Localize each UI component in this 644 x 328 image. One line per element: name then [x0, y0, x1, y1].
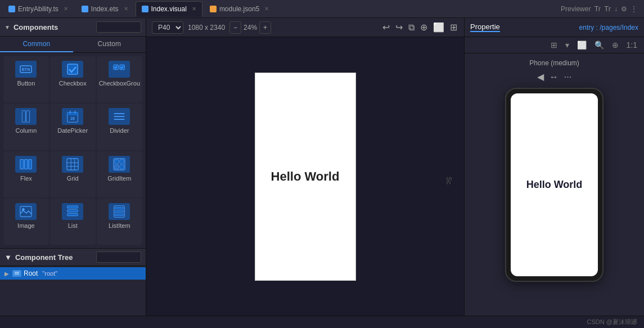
frame-icon[interactable]: ⬜ [575, 39, 589, 51]
comp-checkbox[interactable]: Checkbox [50, 56, 96, 102]
tab-index-visual-close[interactable]: ✕ [192, 6, 196, 12]
canvas-toolbar: P40 P30 1080 x 2340 − 24% + ↩ ↪ ⧉ ⊕ ⬜ ⊞ [146, 18, 464, 37]
ratio-icon[interactable]: 1:1 [624, 39, 640, 51]
previewer-title: Previewer [561, 5, 591, 13]
comp-listitem[interactable]: ListItem [97, 199, 142, 245]
tree-row-expand-icon: ▶ [4, 271, 9, 277]
tab-bar-right: Previewer Tr Tr ↓ ⚙ ⋮ [561, 5, 642, 13]
tab-index-ets-close[interactable]: ✕ [124, 6, 128, 12]
svg-rect-24 [115, 159, 119, 163]
comp-divider[interactable]: Divider [97, 104, 142, 150]
svg-rect-18 [67, 158, 78, 169]
comp-listitem-icon [109, 203, 130, 220]
tab-index-visual[interactable]: Index.visual ✕ [136, 1, 202, 17]
canvas-toolbar-icons: ↩ ↪ ⧉ ⊕ ⬜ ⊞ [381, 21, 458, 34]
main-layout: ▼ Components Common Custom BTN Button [0, 18, 644, 316]
top-icon-tr1[interactable]: Tr [594, 5, 601, 13]
comp-divider-icon [109, 108, 130, 125]
tab-module-json-close[interactable]: ✕ [264, 6, 269, 12]
tab-common[interactable]: Common [0, 37, 73, 52]
comp-button[interactable]: BTN Button [3, 56, 49, 102]
svg-rect-25 [120, 159, 124, 163]
tab-entry-close[interactable]: ✕ [64, 6, 68, 12]
chevron-down-icon[interactable]: ▾ [563, 39, 571, 51]
copy-icon[interactable]: ⧉ [407, 21, 416, 34]
canvas-phone-mockup: Hello World [255, 73, 356, 281]
components-header: ▼ Components [0, 18, 146, 37]
tab-bar: EntryAbility.ts ✕ Index.ets ✕ Index.visu… [0, 0, 644, 18]
comp-grid-icon [62, 156, 83, 173]
comp-button-icon: BTN [15, 61, 37, 78]
comp-griditem-label: GridItem [107, 175, 131, 182]
comp-datepicker[interactable]: 28 DatePicker [50, 104, 96, 150]
comp-griditem[interactable]: GridItem [97, 151, 142, 197]
zoom-in-button[interactable]: + [259, 21, 271, 34]
fit-icon[interactable]: ⬜ [432, 21, 445, 34]
comp-datepicker-label: DatePicker [57, 127, 88, 134]
svg-rect-5 [22, 111, 26, 123]
components-search-input[interactable] [96, 21, 141, 33]
svg-text:28: 28 [70, 116, 75, 120]
canvas-hello-world: Hello World [271, 169, 340, 184]
top-icon-tr2[interactable]: Tr [604, 5, 611, 13]
tab-module-json[interactable]: module.json5 ✕ [204, 1, 275, 17]
grid-view-icon[interactable]: ⊞ [548, 39, 560, 51]
bottom-bar: CSDN @夏沫琅琊 [0, 316, 644, 328]
zoom-out-button[interactable]: − [229, 21, 241, 34]
top-icon-more[interactable]: ⋮ [631, 5, 637, 13]
svg-rect-30 [67, 206, 78, 208]
phone-back-icon[interactable]: ◀ [537, 71, 544, 82]
comp-flex[interactable]: Flex [3, 151, 49, 197]
comp-list[interactable]: List [50, 199, 96, 245]
phone-screen: Hello World [511, 93, 598, 276]
comp-list-icon [62, 203, 83, 220]
comp-grid[interactable]: Grid [50, 151, 96, 197]
tab-module-json-label: module.json5 [219, 5, 259, 13]
svg-rect-35 [115, 210, 124, 212]
tab-index-ets[interactable]: Index.ets ✕ [75, 1, 134, 17]
right-toolbar: ⊞ ▾ ⬜ 🔍 ⊕ 1:1 [465, 37, 644, 53]
component-tree-section: ▼ Component Tree ▶ Root "root" [0, 248, 146, 316]
svg-rect-8 [67, 113, 78, 116]
components-arrow[interactable]: ▼ [4, 24, 10, 30]
properties-tab[interactable]: Propertie [470, 23, 500, 32]
tree-row-root-desc: "root" [42, 270, 57, 277]
phone-more-icon[interactable]: ··· [564, 72, 571, 82]
tab-index-ets-label: Index.ets [91, 5, 119, 13]
tab-module-json-icon [210, 6, 217, 12]
zoom-icon[interactable]: ⊕ [610, 39, 621, 51]
search-icon[interactable]: 🔍 [592, 39, 606, 51]
top-icon-download[interactable]: ↓ [614, 5, 618, 13]
left-panel: ▼ Components Common Custom BTN Button [0, 18, 146, 316]
comp-grid-label: Grid [67, 175, 79, 182]
svg-rect-15 [20, 159, 24, 169]
paste-icon[interactable]: ⊕ [419, 21, 429, 34]
tree-arrow-toggle[interactable]: ▼ [4, 253, 12, 262]
comp-image[interactable]: Image [3, 199, 49, 245]
comp-image-icon [15, 203, 37, 220]
tab-custom[interactable]: Custom [73, 37, 146, 52]
grid-icon[interactable]: ⊞ [449, 21, 458, 34]
tab-entry-label: EntryAbility.ts [18, 5, 58, 13]
comp-checkboxgroup[interactable]: CheckboxGrou [97, 56, 142, 102]
comp-image-label: Image [17, 222, 35, 229]
phone-rotate-icon[interactable]: ↔ [550, 72, 559, 82]
undo-icon[interactable]: ↩ [381, 21, 391, 34]
tab-entry-ability[interactable]: EntryAbility.ts ✕ [2, 1, 74, 17]
svg-rect-36 [115, 214, 124, 215]
tree-row-root[interactable]: ▶ Root "root" [0, 267, 146, 280]
redo-icon[interactable]: ↪ [394, 21, 404, 34]
tab-entry-icon [8, 6, 15, 12]
comp-column[interactable]: Column [3, 104, 49, 150]
canvas-body: Hello World Sc [146, 37, 464, 316]
tree-row-root-label: Root [24, 269, 38, 277]
tab-index-ets-icon [82, 6, 88, 12]
comp-listitem-label: ListItem [109, 222, 130, 229]
svg-rect-27 [120, 164, 124, 168]
tab-index-visual-icon [142, 6, 148, 12]
comp-datepicker-icon: 28 [62, 108, 83, 125]
zoom-controls: − 24% + [229, 21, 271, 34]
tree-search-input[interactable] [96, 251, 141, 263]
top-icon-settings[interactable]: ⚙ [621, 5, 627, 13]
device-select[interactable]: P40 P30 [152, 21, 183, 34]
